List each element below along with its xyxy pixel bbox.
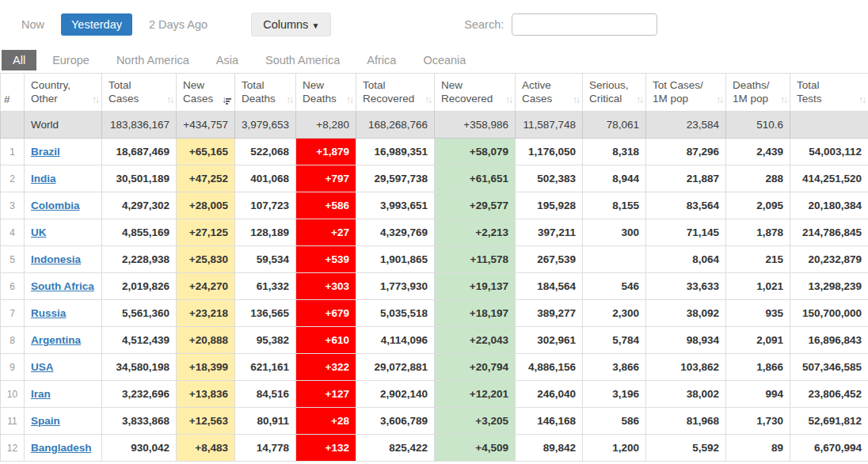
search-input[interactable] (512, 13, 657, 36)
country-link[interactable]: USA (31, 361, 54, 373)
cell-rank: 2 (1, 165, 25, 192)
cell-cases_per_1m: 33,633 (646, 273, 726, 300)
cell-serious_critical: 8,944 (583, 165, 646, 192)
sort-icon[interactable]: ↑↓ (166, 95, 173, 105)
time-filter-2-days-ago[interactable]: 2 Days Ago (139, 13, 218, 36)
sort-desc-active-icon[interactable]: ↓ (222, 95, 231, 105)
sort-icon[interactable]: ↑↓ (573, 95, 579, 105)
tab-europe[interactable]: Europe (41, 50, 101, 70)
sort-icon[interactable]: ↑↓ (780, 95, 786, 105)
sort-icon[interactable]: ↑↓ (505, 95, 512, 105)
tab-south-america[interactable]: South America (254, 50, 351, 70)
sort-icon[interactable]: ↑↓ (92, 95, 98, 105)
cell-deaths_per_1m: 510.6 (726, 112, 790, 139)
cell-new_deaths: +303 (296, 273, 356, 300)
cell-serious_critical: 8,155 (583, 192, 646, 219)
cell-rank: 7 (1, 300, 25, 327)
cell-deaths_per_1m: 994 (726, 381, 790, 408)
cell-serious_critical: 8,318 (583, 139, 646, 165)
country-link[interactable]: UK (31, 226, 47, 238)
country-link[interactable]: Spain (31, 415, 60, 427)
cell-total_recovered: 3,606,789 (356, 408, 435, 435)
cell-new_cases: +434,757 (177, 112, 235, 139)
column-header-total_recovered[interactable]: TotalRecovered↑↓ (356, 74, 435, 112)
country-link[interactable]: South Africa (31, 280, 94, 292)
cell-total_cases: 3,833,868 (102, 408, 177, 435)
sort-icon[interactable]: ↑↓ (716, 95, 722, 105)
cell-total_tests: 54,003,112 (790, 139, 868, 165)
tab-north-america[interactable]: North America (105, 50, 200, 70)
cell-rank: 5 (1, 246, 25, 273)
cell-total_deaths: 59,534 (235, 246, 296, 273)
cell-serious_critical: 2,300 (583, 300, 646, 327)
column-header-serious_critical[interactable]: Serious,Critical↑↓ (583, 74, 646, 112)
column-header-total_deaths[interactable]: TotalDeaths↑↓ (235, 74, 296, 112)
cell-total_recovered: 2,902,140 (356, 381, 435, 408)
cell-active_cases: 267,539 (516, 246, 583, 273)
region-tabs: AllEuropeNorth AmericaAsiaSouth AmericaA… (2, 49, 868, 71)
country-link[interactable]: Russia (31, 307, 66, 319)
cell-rank (1, 112, 25, 139)
column-header-new_recovered[interactable]: NewRecovered↑↓ (435, 74, 516, 112)
cell-total_recovered: 168,268,766 (356, 112, 435, 139)
country-link[interactable]: India (31, 173, 56, 184)
country-link[interactable]: Bangladesh (31, 442, 92, 454)
time-filter-yesterday[interactable]: Yesterday (61, 13, 132, 36)
tab-africa[interactable]: Africa (356, 50, 407, 70)
cell-rank: 8 (1, 327, 25, 354)
cell-total_deaths: 14,778 (235, 435, 296, 462)
cell-new_cases: +20,888 (177, 327, 235, 354)
column-header-active_cases[interactable]: ActiveCases↑↓ (516, 74, 583, 112)
sort-icon[interactable]: ↑↓ (858, 95, 865, 105)
sort-icon[interactable]: ↑↓ (286, 95, 292, 105)
columns-label: Columns (263, 18, 308, 31)
cell-new_deaths: +539 (296, 246, 356, 273)
cell-new_deaths: +127 (296, 381, 356, 408)
column-header-country[interactable]: Country,Other↑↓ (25, 74, 102, 112)
cell-new_recovered: +12,201 (435, 381, 516, 408)
cell-total_deaths: 3,979,653 (235, 112, 296, 139)
cell-new_recovered: +19,137 (435, 273, 516, 300)
sort-icon[interactable]: ↑↓ (346, 95, 352, 105)
cell-total_cases: 30,501,189 (102, 165, 177, 192)
cell-new_cases: +13,836 (177, 381, 235, 408)
table-row: 3Colombia4,297,302+28,005107,723+5863,99… (1, 192, 868, 219)
cell-total_cases: 4,855,169 (102, 219, 177, 246)
column-header-total_cases[interactable]: TotalCases↑↓ (102, 74, 177, 112)
cell-serious_critical: 78,061 (583, 112, 646, 139)
cell-cases_per_1m: 5,592 (646, 435, 726, 462)
sort-icon[interactable]: ↑↓ (424, 95, 431, 105)
cell-cases_per_1m: 21,887 (646, 165, 726, 192)
sort-icon[interactable]: ↑↓ (636, 95, 642, 105)
cell-active_cases: 184,564 (516, 273, 583, 300)
column-header-total_tests[interactable]: TotalTests↑↓ (790, 74, 868, 112)
tab-oceania[interactable]: Oceania (412, 50, 477, 70)
cell-total_deaths: 136,565 (235, 300, 296, 327)
cell-serious_critical: 546 (583, 273, 646, 300)
search-label: Search: (464, 18, 504, 31)
tab-asia[interactable]: Asia (205, 50, 249, 70)
cell-total_tests: 414,251,520 (790, 165, 868, 192)
cell-total_cases: 2,019,826 (102, 273, 177, 300)
cell-country: India (25, 165, 102, 192)
column-header-new_cases[interactable]: NewCases↓ (177, 74, 235, 112)
table-row: 12Bangladesh930,042+8,48314,778+132825,4… (1, 435, 868, 462)
column-header-cases_per_1m[interactable]: Tot Cases/1M pop↑↓ (646, 74, 726, 112)
country-link[interactable]: Indonesia (31, 253, 81, 265)
cell-new_deaths: +322 (296, 354, 356, 381)
tab-all[interactable]: All (2, 50, 36, 70)
cell-total_tests: 214,786,845 (790, 219, 868, 246)
cell-active_cases: 89,842 (516, 435, 583, 462)
columns-dropdown-button[interactable]: Columns▼ (251, 13, 331, 36)
cell-total_recovered: 1,901,865 (356, 246, 435, 273)
country-link[interactable]: Colombia (31, 200, 80, 211)
cell-active_cases: 246,040 (516, 381, 583, 408)
cell-country: South Africa (25, 273, 102, 300)
country-link[interactable]: Iran (31, 388, 51, 400)
cell-new_recovered: +58,079 (435, 139, 516, 165)
country-link[interactable]: Argentina (31, 334, 81, 346)
country-link[interactable]: Brazil (31, 146, 60, 158)
column-header-deaths_per_1m[interactable]: Deaths/1M pop↑↓ (726, 74, 790, 112)
column-header-new_deaths[interactable]: NewDeaths↑↓ (296, 74, 356, 112)
time-filter-now[interactable]: Now (11, 13, 55, 36)
